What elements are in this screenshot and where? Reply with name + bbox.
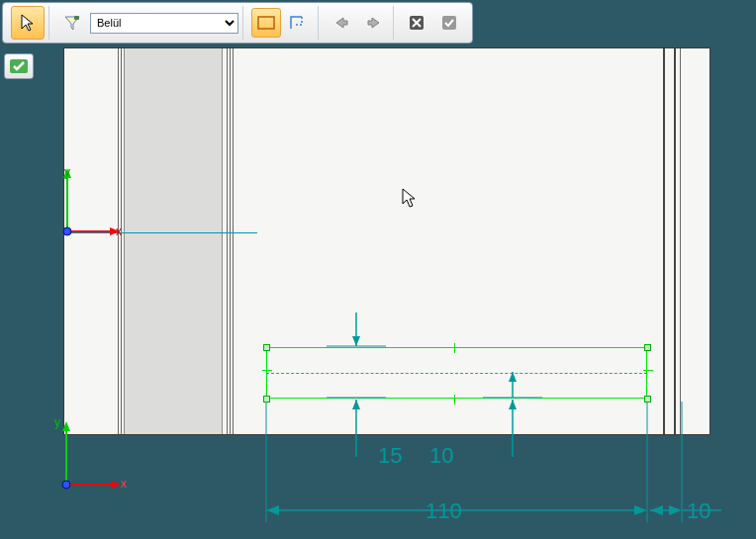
crossing-box-icon xyxy=(290,15,308,31)
model-viewport[interactable]: y x xyxy=(63,47,710,435)
crossing-box-button[interactable] xyxy=(284,8,314,38)
model-edge xyxy=(118,48,119,434)
model-panel-left xyxy=(124,48,223,434)
sketch-handle[interactable] xyxy=(644,396,651,403)
check-flag-icon xyxy=(8,57,30,75)
inside-box-button[interactable] xyxy=(251,8,281,38)
svg-rect-0 xyxy=(74,16,79,20)
dimension-value[interactable]: 110 xyxy=(425,498,462,524)
tool-group-select xyxy=(7,6,49,40)
top-toolbar: Belül xyxy=(2,2,473,44)
svg-marker-29 xyxy=(266,505,279,515)
dimension-value[interactable]: 10 xyxy=(429,443,453,469)
model-edge xyxy=(121,48,122,434)
dimension-value[interactable]: 15 xyxy=(378,443,402,469)
sketch-tick xyxy=(262,370,272,371)
axis-label-x: x xyxy=(121,477,127,491)
filter-button[interactable] xyxy=(57,8,87,38)
sketch-handle[interactable] xyxy=(644,344,651,351)
pointer-tool-button[interactable] xyxy=(11,6,45,40)
svg-rect-1 xyxy=(258,17,274,29)
svg-rect-3 xyxy=(442,16,456,30)
svg-marker-33 xyxy=(650,505,663,515)
pointer-icon xyxy=(18,13,38,33)
sketch-handle[interactable] xyxy=(263,396,270,403)
model-edge xyxy=(230,48,231,434)
sketch-handle[interactable] xyxy=(263,344,270,351)
axis-label-y: y xyxy=(64,165,70,179)
model-edge xyxy=(227,48,228,434)
model-edge xyxy=(680,48,681,434)
svg-marker-30 xyxy=(634,505,647,515)
model-edge xyxy=(663,48,665,434)
sketch-tick xyxy=(643,370,653,371)
svg-point-9 xyxy=(63,227,71,235)
exit-sketch-button[interactable] xyxy=(4,53,34,79)
svg-marker-13 xyxy=(111,481,121,489)
axis-label-x: x xyxy=(116,225,122,238)
cursor-icon xyxy=(399,187,421,209)
close-icon xyxy=(409,15,425,31)
tool-group-confirm xyxy=(398,6,468,40)
check-icon xyxy=(441,15,457,31)
arrow-right-icon xyxy=(366,16,382,30)
construction-line xyxy=(64,232,257,233)
dimension-value[interactable]: 10 xyxy=(687,498,710,524)
tool-group-nav xyxy=(323,6,394,40)
model-edge xyxy=(674,48,676,434)
mode-select[interactable]: Belül xyxy=(90,13,238,34)
arrow-left-icon xyxy=(333,16,349,30)
tool-group-filter: Belül xyxy=(53,6,243,40)
sketch-midline xyxy=(266,373,647,374)
tool-group-box xyxy=(247,6,319,40)
sketch-tick xyxy=(454,395,455,404)
back-button[interactable] xyxy=(327,8,356,38)
sketch-tick xyxy=(454,343,455,353)
funnel-icon xyxy=(63,14,81,32)
svg-point-14 xyxy=(62,481,70,489)
axis-label-y: y xyxy=(54,415,60,429)
inside-box-icon xyxy=(257,15,275,31)
model-edge xyxy=(233,48,234,434)
accept-button[interactable] xyxy=(434,8,464,38)
cancel-button[interactable] xyxy=(402,8,431,38)
forward-button[interactable] xyxy=(359,8,389,38)
svg-marker-34 xyxy=(669,505,682,515)
